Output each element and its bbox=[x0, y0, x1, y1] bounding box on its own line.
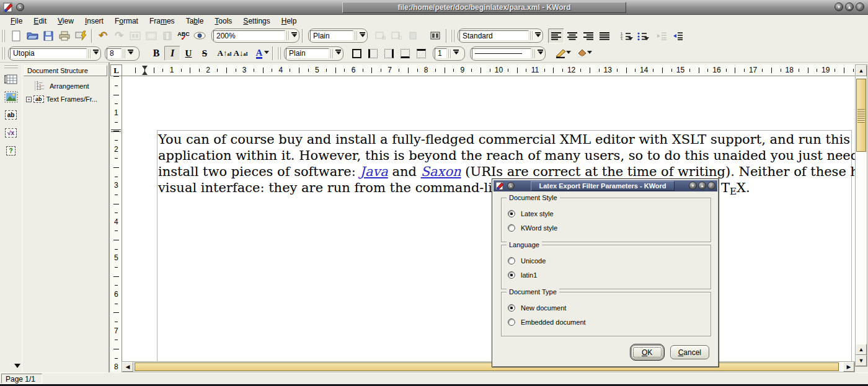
vertical-scroll-thumb[interactable] bbox=[856, 79, 866, 152]
maximize-button[interactable]: ▴ bbox=[845, 2, 854, 11]
horizontal-ruler[interactable]: 1234567891011121314151617181920 bbox=[122, 64, 855, 76]
increase-indent-button[interactable] bbox=[670, 29, 686, 43]
new-document-button[interactable] bbox=[8, 29, 24, 43]
toolbar-handle[interactable] bbox=[4, 64, 18, 69]
chevron-down-icon[interactable] bbox=[360, 32, 365, 40]
border-width-value[interactable]: 1 bbox=[435, 48, 447, 59]
toolbar-handle[interactable] bbox=[1, 30, 6, 42]
tree-item-arrangement[interactable]: 1.—1.1—1.2— Arrangement bbox=[26, 81, 108, 90]
tab-selector-button[interactable]: L bbox=[110, 64, 122, 76]
insert-picture-button[interactable] bbox=[3, 89, 19, 105]
menu-tools[interactable]: Tools bbox=[209, 16, 237, 26]
radio-button-latex-style[interactable] bbox=[508, 210, 515, 217]
titlebar[interactable]: • file:/home/peter/doc/beginlatex/para.x… bbox=[0, 0, 868, 15]
minimize-button[interactable]: ▾ bbox=[835, 2, 843, 11]
chevron-down-icon[interactable] bbox=[264, 51, 269, 56]
document-canvas[interactable]: You can of course buy and install a full… bbox=[122, 76, 855, 361]
chevron-down-icon[interactable] bbox=[587, 51, 592, 56]
chevron-down-icon[interactable] bbox=[128, 50, 133, 57]
insert-text-frame-button[interactable]: ab bbox=[3, 107, 19, 123]
menu-format[interactable]: Format bbox=[109, 16, 144, 26]
subscript-button[interactable]: A↓aI bbox=[232, 46, 249, 61]
radio-option-unicode[interactable]: Unicode bbox=[508, 256, 546, 266]
cancel-button[interactable]: Cancel bbox=[670, 345, 709, 359]
chevron-down-icon[interactable] bbox=[538, 50, 543, 57]
close-button[interactable]: ∕ bbox=[856, 2, 864, 11]
border-top-button[interactable] bbox=[413, 46, 429, 61]
font-family-value[interactable]: Utopia bbox=[10, 48, 87, 59]
insert-table-button[interactable] bbox=[3, 71, 19, 87]
decrease-indent-button[interactable] bbox=[653, 29, 670, 43]
radio-button-kword-style[interactable] bbox=[508, 224, 515, 232]
align-right-button[interactable] bbox=[580, 29, 596, 43]
dialog-close-button[interactable]: ∕ bbox=[707, 182, 715, 190]
align-center-button[interactable] bbox=[564, 29, 580, 43]
insert-object-button[interactable]: ? bbox=[3, 143, 19, 159]
align-justify-button[interactable] bbox=[596, 29, 613, 43]
open-button[interactable] bbox=[24, 29, 40, 43]
menu-help[interactable]: Help bbox=[276, 16, 303, 26]
chevron-down-icon[interactable] bbox=[644, 37, 649, 43]
ok-button[interactable]: OK bbox=[631, 345, 663, 359]
frame-style-value[interactable]: Plain bbox=[286, 48, 329, 59]
radio-option-latin1[interactable]: latin1 bbox=[508, 270, 537, 280]
border-left-button[interactable] bbox=[365, 46, 381, 61]
background-color-button[interactable] bbox=[572, 46, 593, 61]
strikethrough-button[interactable]: S bbox=[197, 46, 213, 61]
radio-option-embedded-document[interactable]: Embedded document bbox=[508, 317, 586, 327]
border-color-button[interactable] bbox=[551, 46, 572, 61]
paragraph-style-value[interactable]: Plain bbox=[310, 30, 353, 41]
border-line-style-value[interactable] bbox=[472, 48, 531, 59]
create-style-button[interactable] bbox=[373, 29, 389, 43]
expand-icon[interactable]: + bbox=[26, 97, 32, 102]
spellcheck-button[interactable]: ABC✓ bbox=[175, 29, 192, 43]
menu-settings[interactable]: Settings bbox=[237, 16, 275, 26]
save-button[interactable] bbox=[40, 29, 56, 43]
border-right-button[interactable] bbox=[381, 46, 397, 61]
frame-style-combobox[interactable]: Plain bbox=[284, 46, 343, 61]
radio-option-new-document[interactable]: New document bbox=[508, 303, 566, 313]
undo-button[interactable]: ↶ bbox=[95, 29, 111, 43]
border-bottom-button[interactable] bbox=[397, 46, 413, 61]
menu-insert[interactable]: Insert bbox=[79, 16, 109, 26]
bold-button[interactable]: B bbox=[148, 46, 164, 61]
menu-file[interactable]: File bbox=[5, 16, 28, 26]
superscript-button[interactable]: A↑aI bbox=[216, 46, 232, 61]
horizontal-scrollbar[interactable]: ◀ ▶ bbox=[122, 361, 855, 372]
toolbar-handle[interactable] bbox=[1, 47, 6, 59]
toolbar-handle[interactable] bbox=[277, 47, 282, 59]
document-text-tail[interactable]: TEX. bbox=[721, 180, 750, 200]
numbered-list-button[interactable]: 1.2.3. bbox=[618, 29, 634, 43]
chevron-down-icon[interactable] bbox=[291, 32, 297, 40]
radio-button-new-document[interactable] bbox=[508, 304, 515, 312]
scroll-right-button[interactable]: ▶ bbox=[843, 362, 854, 372]
scroll-up-button[interactable]: ▲ bbox=[856, 65, 867, 76]
underline-button[interactable]: U bbox=[180, 46, 197, 61]
formatting-characters-button[interactable] bbox=[192, 29, 208, 43]
tree-item-label[interactable]: Text Frames/Fr... bbox=[46, 95, 98, 103]
toolbar-overflow-arrow[interactable] bbox=[14, 364, 20, 371]
italic-button[interactable]: I bbox=[164, 46, 180, 61]
edit-frame-button[interactable] bbox=[127, 29, 143, 43]
scroll-down-button[interactable]: ▼ bbox=[856, 355, 867, 366]
radio-option-kword-style[interactable]: KWord style bbox=[508, 223, 557, 233]
chevron-down-icon[interactable] bbox=[453, 50, 459, 57]
redo-button[interactable]: ↷ bbox=[111, 29, 127, 43]
border-width-combobox[interactable]: 1 bbox=[433, 46, 465, 61]
latex-export-dialog[interactable]: • Latex Export Filter Parameters - KWord… bbox=[492, 178, 719, 367]
font-size-combobox[interactable]: 8 bbox=[105, 46, 140, 61]
chevron-down-icon[interactable] bbox=[335, 50, 341, 57]
radio-option-latex-style[interactable]: Latex style bbox=[508, 209, 554, 219]
chevron-down-icon[interactable] bbox=[93, 50, 99, 57]
style-template-value[interactable]: Standard bbox=[459, 30, 529, 41]
chevron-down-icon[interactable] bbox=[628, 37, 633, 43]
vertical-ruler[interactable]: 12345678 bbox=[110, 76, 122, 372]
chevron-down-icon[interactable] bbox=[535, 32, 541, 40]
font-family-combobox[interactable]: Utopia bbox=[8, 46, 101, 61]
font-color-button[interactable]: A bbox=[249, 46, 270, 61]
paragraph-style-combobox[interactable]: Plain bbox=[308, 29, 368, 43]
style-template-combobox[interactable]: Standard bbox=[458, 29, 543, 43]
vertical-scrollbar[interactable]: ▲ ▲ ▼ bbox=[855, 64, 867, 367]
hyperlink-java[interactable]: Java bbox=[360, 164, 388, 179]
dialog-maximize-button[interactable]: ▴ bbox=[698, 182, 706, 190]
